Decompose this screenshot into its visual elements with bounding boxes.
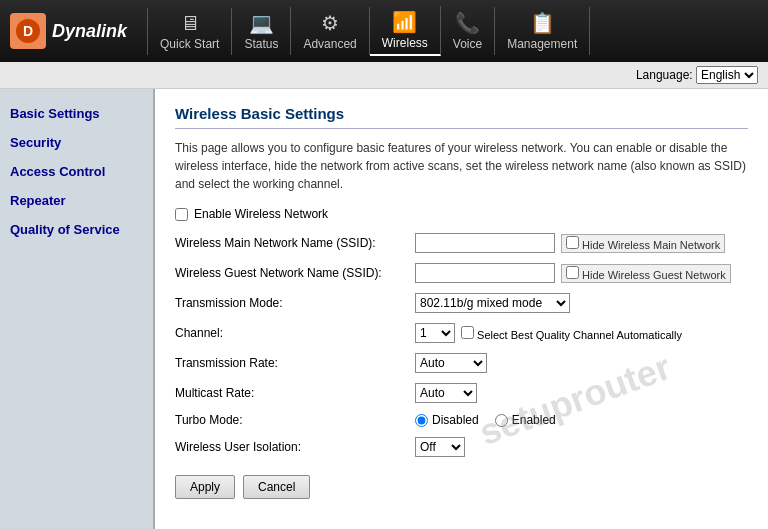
channel-label: Channel:	[175, 326, 415, 340]
enable-wireless-checkbox[interactable]	[175, 208, 188, 221]
turbo-enabled-label: Enabled	[512, 413, 556, 427]
channel-select[interactable]: 1234 5678 9101112 13Auto	[415, 323, 455, 343]
nav-advanced-label: Advanced	[303, 37, 356, 51]
dynalink-logo-icon: D	[10, 13, 46, 49]
transmission-mode-row: Transmission Mode: 802.11b/g mixed mode …	[175, 293, 748, 313]
wireless-isolation-label: Wireless User Isolation:	[175, 440, 415, 454]
nav-management[interactable]: 📋 Management	[495, 7, 590, 55]
hide-main-checkbox[interactable]	[566, 236, 579, 249]
hide-guest-container: Hide Wireless Guest Network	[561, 264, 731, 283]
advanced-icon: ⚙	[321, 11, 339, 35]
multicast-rate-control: Auto 1 Mbps2 Mbps	[415, 383, 477, 403]
header: D Dynalink 🖥 Quick Start 💻 Status ⚙ Adva…	[0, 0, 768, 62]
multicast-rate-label: Multicast Rate:	[175, 386, 415, 400]
guest-ssid-row: Wireless Guest Network Name (SSID): Hide…	[175, 263, 748, 283]
sidebar-item-security[interactable]: Security	[0, 128, 153, 157]
cancel-button[interactable]: Cancel	[243, 475, 310, 499]
turbo-enabled-option: Enabled	[495, 413, 556, 427]
main-ssid-input[interactable]	[415, 233, 555, 253]
main-ssid-label: Wireless Main Network Name (SSID):	[175, 236, 415, 250]
language-label: Language:	[636, 68, 693, 82]
hide-main-label: Hide Wireless Main Network	[582, 239, 720, 251]
channel-control: 1234 5678 9101112 13Auto Select Best Qua…	[415, 323, 682, 343]
apply-button[interactable]: Apply	[175, 475, 235, 499]
sidebar: Basic Settings Security Access Control R…	[0, 89, 155, 529]
transmission-mode-control: 802.11b/g mixed mode 802.11b only 802.11…	[415, 293, 570, 313]
content-area: Wireless Basic Settings This page allows…	[155, 89, 768, 529]
main-ssid-control: Hide Wireless Main Network	[415, 233, 725, 253]
logo-area: D Dynalink	[10, 13, 127, 49]
guest-ssid-label: Wireless Guest Network Name (SSID):	[175, 266, 415, 280]
wireless-isolation-row: Wireless User Isolation: Off On	[175, 437, 748, 457]
guest-ssid-input[interactable]	[415, 263, 555, 283]
transmission-mode-label: Transmission Mode:	[175, 296, 415, 310]
nav-wireless-label: Wireless	[382, 36, 428, 50]
hide-guest-label: Hide Wireless Guest Network	[582, 269, 726, 281]
turbo-disabled-radio[interactable]	[415, 414, 428, 427]
wireless-icon: 📶	[392, 10, 417, 34]
select-best-channel-checkbox[interactable]	[461, 326, 474, 339]
nav-quick-start[interactable]: 🖥 Quick Start	[147, 8, 232, 55]
hide-guest-checkbox[interactable]	[566, 266, 579, 279]
main-layout: Basic Settings Security Access Control R…	[0, 89, 768, 529]
sidebar-item-access-control[interactable]: Access Control	[0, 157, 153, 186]
select-best-channel-label: Select Best Quality Channel Automaticall…	[477, 329, 682, 341]
transmission-rate-label: Transmission Rate:	[175, 356, 415, 370]
multicast-rate-select[interactable]: Auto 1 Mbps2 Mbps	[415, 383, 477, 403]
sidebar-item-basic-settings[interactable]: Basic Settings	[0, 99, 153, 128]
page-description: This page allows you to configure basic …	[175, 139, 748, 193]
nav-voice[interactable]: 📞 Voice	[441, 7, 495, 55]
nav-management-label: Management	[507, 37, 577, 51]
nav-quick-start-label: Quick Start	[160, 37, 219, 51]
channel-row: Channel: 1234 5678 9101112 13Auto Select…	[175, 323, 748, 343]
nav-advanced[interactable]: ⚙ Advanced	[291, 7, 369, 55]
turbo-mode-label: Turbo Mode:	[175, 413, 415, 427]
turbo-mode-control: Disabled Enabled	[415, 413, 556, 427]
guest-ssid-control: Hide Wireless Guest Network	[415, 263, 731, 283]
turbo-disabled-option: Disabled	[415, 413, 479, 427]
nav-wireless[interactable]: 📶 Wireless	[370, 6, 441, 56]
enable-wireless-row: Enable Wireless Network	[175, 207, 748, 221]
turbo-disabled-label: Disabled	[432, 413, 479, 427]
voice-icon: 📞	[455, 11, 480, 35]
turbo-enabled-radio[interactable]	[495, 414, 508, 427]
transmission-rate-select[interactable]: Auto 1 Mbps2 Mbps5.5 Mbps 11 Mbps54 Mbps	[415, 353, 487, 373]
nav-status-label: Status	[244, 37, 278, 51]
main-ssid-row: Wireless Main Network Name (SSID): Hide …	[175, 233, 748, 253]
svg-text:D: D	[23, 23, 33, 39]
turbo-mode-row: Turbo Mode: Disabled Enabled	[175, 413, 748, 427]
quick-start-icon: 🖥	[180, 12, 200, 35]
hide-main-container: Hide Wireless Main Network	[561, 234, 725, 253]
select-best-channel-container: Select Best Quality Channel Automaticall…	[461, 326, 682, 341]
language-select[interactable]: English	[696, 66, 758, 84]
nav-voice-label: Voice	[453, 37, 482, 51]
status-icon: 💻	[249, 11, 274, 35]
wireless-isolation-control: Off On	[415, 437, 465, 457]
nav-bar: 🖥 Quick Start 💻 Status ⚙ Advanced 📶 Wire…	[147, 6, 758, 56]
transmission-rate-control: Auto 1 Mbps2 Mbps5.5 Mbps 11 Mbps54 Mbps	[415, 353, 487, 373]
transmission-rate-row: Transmission Rate: Auto 1 Mbps2 Mbps5.5 …	[175, 353, 748, 373]
wireless-isolation-select[interactable]: Off On	[415, 437, 465, 457]
enable-wireless-label: Enable Wireless Network	[194, 207, 328, 221]
nav-status[interactable]: 💻 Status	[232, 7, 291, 55]
logo-text: Dynalink	[52, 21, 127, 42]
multicast-rate-row: Multicast Rate: Auto 1 Mbps2 Mbps	[175, 383, 748, 403]
sidebar-item-repeater[interactable]: Repeater	[0, 186, 153, 215]
transmission-mode-select[interactable]: 802.11b/g mixed mode 802.11b only 802.11…	[415, 293, 570, 313]
language-bar: Language: English	[0, 62, 768, 89]
management-icon: 📋	[530, 11, 555, 35]
page-title: Wireless Basic Settings	[175, 105, 748, 129]
button-row: Apply Cancel	[175, 475, 748, 499]
sidebar-item-quality-of-service[interactable]: Quality of Service	[0, 215, 153, 244]
